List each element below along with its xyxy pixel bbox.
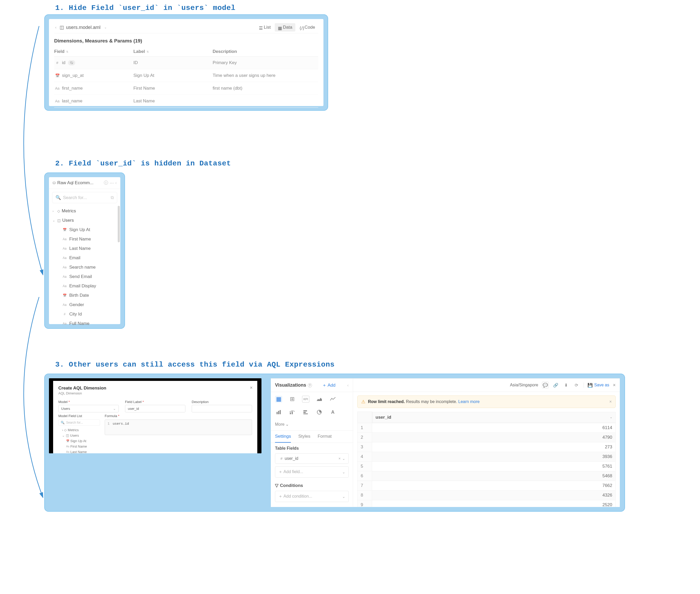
field-row-lastname[interactable]: Aalast_name Last Name xyxy=(54,95,318,108)
calendar-type-icon: 📅 xyxy=(62,228,67,232)
more-chart-types[interactable]: More ⌄ xyxy=(275,422,289,427)
tab-code[interactable]: ⟨/⟩Code xyxy=(296,23,318,32)
pivot-chart-icon[interactable]: ⊞ xyxy=(288,396,296,402)
cell-value: 5468 xyxy=(372,471,616,481)
download-icon[interactable]: ⬇ xyxy=(563,382,569,389)
filter-icon[interactable]: ⧉ xyxy=(111,195,114,200)
table-row[interactable]: 24790 xyxy=(357,432,616,442)
table-row[interactable]: 43936 xyxy=(357,452,616,461)
column-header-userid[interactable]: user_id⌄ xyxy=(372,412,616,423)
cell-value: 4326 xyxy=(372,490,616,500)
field-label-input[interactable]: user_id xyxy=(125,405,185,412)
hidden-eye-icon[interactable] xyxy=(68,60,75,65)
table-row[interactable]: 77662 xyxy=(357,481,616,490)
field-row-firstname[interactable]: Aafirst_name First Name first name (dbt) xyxy=(54,82,318,95)
scrollbar[interactable] xyxy=(118,193,120,322)
link-icon[interactable]: 🔗 xyxy=(552,382,559,389)
save-as-button[interactable]: 💾Save as xyxy=(588,383,609,388)
refresh-icon[interactable]: ⟳ xyxy=(573,382,580,389)
group-users[interactable]: ⌄ ◫ Users xyxy=(53,216,117,225)
area-chart-icon[interactable] xyxy=(316,396,323,402)
info-icon[interactable]: i xyxy=(104,180,108,185)
text-chart-icon[interactable]: A xyxy=(329,409,337,416)
chevron-left-icon[interactable]: ‹ xyxy=(54,25,58,29)
view-tabs: ☰List ▦Data ⟨/⟩Code xyxy=(256,23,318,32)
viz-tabs: Settings Styles Format xyxy=(271,431,353,443)
tree-child-lastname[interactable]: Aa Last Name xyxy=(58,449,100,453)
table-row[interactable]: 3273 xyxy=(357,442,616,452)
tab-styles[interactable]: Styles xyxy=(298,431,310,442)
more-icon[interactable]: ⋯ xyxy=(110,180,114,186)
sort-icon[interactable]: ⇅ xyxy=(66,50,68,53)
help-icon[interactable]: ? xyxy=(308,383,312,387)
tab-data[interactable]: ▦Data xyxy=(275,23,295,32)
search-input[interactable]: 🔍 Search for... ⧉ xyxy=(52,192,117,203)
tab-list[interactable]: ☰List xyxy=(256,23,274,32)
table-field-userid[interactable]: #user_id ×⌄ xyxy=(275,453,349,464)
plus-icon: ＋ xyxy=(278,494,283,498)
cell-value: 4790 xyxy=(372,432,616,442)
tree-child-firstname[interactable]: Aa First Name xyxy=(58,444,100,449)
dataset-field[interactable]: 📅Birth Date xyxy=(53,291,117,300)
chevron-down-icon[interactable]: ⌄ xyxy=(342,456,345,461)
table-row[interactable]: 92520 xyxy=(357,500,616,507)
step1-heading: 1. Hide Field `user_id` in `users` model xyxy=(55,4,236,12)
learn-more-link[interactable]: Learn more xyxy=(458,399,480,404)
step2-heading: 2. Field `user_id` is hidden in Dataset xyxy=(55,159,231,167)
sort-icon[interactable]: ⇅ xyxy=(147,50,149,53)
model-select[interactable]: Users ⌄ xyxy=(58,405,119,412)
close-icon[interactable]: × xyxy=(250,385,253,391)
timezone-label[interactable]: Asia/Singapore xyxy=(510,383,538,387)
field-row-signup[interactable]: 📅sign_up_at Sign Up At Time when a user … xyxy=(54,69,318,82)
scroll-thumb[interactable] xyxy=(118,206,120,242)
dataset-field[interactable]: AaEmail Display xyxy=(53,282,117,291)
tree-users[interactable]: ⌄ ◫ Users xyxy=(58,433,100,438)
add-button[interactable]: ＋Add xyxy=(322,382,336,388)
field-name: Send Email xyxy=(69,274,92,279)
tree-search-input[interactable]: 🔍Search for... xyxy=(58,420,100,426)
table-row[interactable]: 84326 xyxy=(357,490,616,500)
bar-chart-icon[interactable] xyxy=(275,409,282,416)
tree-metrics[interactable]: › ◇ Metrics xyxy=(58,427,100,433)
table-row[interactable]: 16114 xyxy=(357,423,616,432)
tree-child-signup[interactable]: 📅 Sign Up At xyxy=(58,438,100,444)
dismiss-warning-icon[interactable]: × xyxy=(609,399,612,404)
dataset-field[interactable]: AaLast Name xyxy=(53,244,117,253)
add-condition-button[interactable]: ＋ Add condition... ⌄ xyxy=(275,491,349,502)
line-chart-icon[interactable] xyxy=(329,396,337,402)
label-field-label: Field Label xyxy=(125,400,185,404)
hbar-chart-icon[interactable] xyxy=(302,409,309,416)
chevron-down-icon[interactable]: ⌄ xyxy=(610,416,612,419)
dataset-field[interactable]: AaGender xyxy=(53,300,117,309)
comment-icon[interactable]: 💬 xyxy=(542,382,549,389)
table-chart-icon[interactable]: ▦ xyxy=(275,396,282,402)
dataset-field[interactable]: AaSend Email xyxy=(53,272,117,282)
combo-chart-icon[interactable] xyxy=(288,409,296,416)
dataset-field[interactable]: 📅Sign Up At xyxy=(53,225,117,234)
formula-textarea[interactable]: 1users.id xyxy=(105,420,252,435)
close-icon[interactable]: × xyxy=(613,383,616,388)
chevron-left-icon[interactable]: ‹ xyxy=(347,383,349,388)
chevron-down-icon[interactable]: ⌄ xyxy=(103,26,107,29)
file-crumb[interactable]: ‹ ◫ users.model.aml ⌄ xyxy=(54,25,107,30)
dataset-field[interactable]: AaSearch name xyxy=(53,263,117,272)
kpi-chart-icon[interactable]: KPI xyxy=(302,396,309,402)
tab-settings[interactable]: Settings xyxy=(275,431,291,442)
dataset-field[interactable]: #City Id xyxy=(53,309,117,319)
table-row[interactable]: 65468 xyxy=(357,471,616,481)
tab-format[interactable]: Format xyxy=(318,431,332,442)
dataset-field[interactable]: AaFull Name xyxy=(53,319,117,328)
cell-value: 3936 xyxy=(372,452,616,461)
remove-field-icon[interactable]: × xyxy=(339,456,341,461)
group-metrics[interactable]: › ◇ Metrics xyxy=(53,206,117,216)
field-row-id[interactable]: #id ID Primary Key xyxy=(54,57,318,69)
pie-chart-icon[interactable] xyxy=(316,409,323,416)
dataset-field[interactable]: AaFirst Name xyxy=(53,234,117,244)
description-input[interactable] xyxy=(192,405,252,412)
add-field-button[interactable]: ＋ Add field... ⌄ xyxy=(275,466,349,477)
number-type-icon: # xyxy=(62,312,67,316)
chevron-left-icon[interactable]: ‹ xyxy=(115,180,117,186)
dataset-field[interactable]: AaEmail xyxy=(53,253,117,263)
rownum-header xyxy=(357,412,372,423)
table-row[interactable]: 55761 xyxy=(357,461,616,471)
